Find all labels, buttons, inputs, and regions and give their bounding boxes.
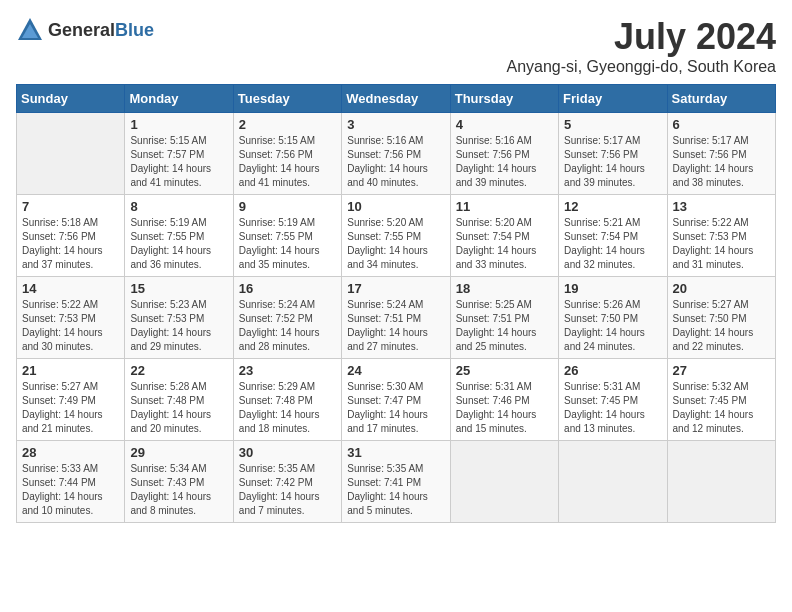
day-number: 22 (130, 363, 227, 378)
day-number: 29 (130, 445, 227, 460)
day-number: 17 (347, 281, 444, 296)
calendar-cell: 27Sunrise: 5:32 AM Sunset: 7:45 PM Dayli… (667, 359, 775, 441)
calendar-cell: 22Sunrise: 5:28 AM Sunset: 7:48 PM Dayli… (125, 359, 233, 441)
day-number: 24 (347, 363, 444, 378)
calendar-header-sunday: Sunday (17, 85, 125, 113)
day-info: Sunrise: 5:27 AM Sunset: 7:50 PM Dayligh… (673, 298, 770, 354)
calendar-table: SundayMondayTuesdayWednesdayThursdayFrid… (16, 84, 776, 523)
calendar-cell: 24Sunrise: 5:30 AM Sunset: 7:47 PM Dayli… (342, 359, 450, 441)
day-number: 28 (22, 445, 119, 460)
logo-icon (16, 16, 44, 44)
calendar-header-tuesday: Tuesday (233, 85, 341, 113)
calendar-header-wednesday: Wednesday (342, 85, 450, 113)
day-number: 12 (564, 199, 661, 214)
calendar-week-row: 28Sunrise: 5:33 AM Sunset: 7:44 PM Dayli… (17, 441, 776, 523)
day-number: 27 (673, 363, 770, 378)
calendar-cell: 25Sunrise: 5:31 AM Sunset: 7:46 PM Dayli… (450, 359, 558, 441)
day-info: Sunrise: 5:15 AM Sunset: 7:57 PM Dayligh… (130, 134, 227, 190)
calendar-cell: 30Sunrise: 5:35 AM Sunset: 7:42 PM Dayli… (233, 441, 341, 523)
day-number: 11 (456, 199, 553, 214)
calendar-cell: 12Sunrise: 5:21 AM Sunset: 7:54 PM Dayli… (559, 195, 667, 277)
calendar-header-row: SundayMondayTuesdayWednesdayThursdayFrid… (17, 85, 776, 113)
calendar-cell (17, 113, 125, 195)
day-info: Sunrise: 5:24 AM Sunset: 7:52 PM Dayligh… (239, 298, 336, 354)
day-info: Sunrise: 5:21 AM Sunset: 7:54 PM Dayligh… (564, 216, 661, 272)
day-number: 26 (564, 363, 661, 378)
calendar-week-row: 1Sunrise: 5:15 AM Sunset: 7:57 PM Daylig… (17, 113, 776, 195)
calendar-week-row: 14Sunrise: 5:22 AM Sunset: 7:53 PM Dayli… (17, 277, 776, 359)
day-number: 10 (347, 199, 444, 214)
day-number: 16 (239, 281, 336, 296)
day-number: 1 (130, 117, 227, 132)
day-number: 5 (564, 117, 661, 132)
calendar-cell: 7Sunrise: 5:18 AM Sunset: 7:56 PM Daylig… (17, 195, 125, 277)
day-info: Sunrise: 5:30 AM Sunset: 7:47 PM Dayligh… (347, 380, 444, 436)
day-info: Sunrise: 5:32 AM Sunset: 7:45 PM Dayligh… (673, 380, 770, 436)
calendar-cell: 26Sunrise: 5:31 AM Sunset: 7:45 PM Dayli… (559, 359, 667, 441)
day-info: Sunrise: 5:24 AM Sunset: 7:51 PM Dayligh… (347, 298, 444, 354)
main-title: July 2024 (507, 16, 777, 58)
day-number: 30 (239, 445, 336, 460)
calendar-cell: 9Sunrise: 5:19 AM Sunset: 7:55 PM Daylig… (233, 195, 341, 277)
day-info: Sunrise: 5:34 AM Sunset: 7:43 PM Dayligh… (130, 462, 227, 518)
day-info: Sunrise: 5:19 AM Sunset: 7:55 PM Dayligh… (130, 216, 227, 272)
subtitle: Anyang-si, Gyeonggi-do, South Korea (507, 58, 777, 76)
calendar-header-monday: Monday (125, 85, 233, 113)
day-info: Sunrise: 5:33 AM Sunset: 7:44 PM Dayligh… (22, 462, 119, 518)
calendar-cell: 31Sunrise: 5:35 AM Sunset: 7:41 PM Dayli… (342, 441, 450, 523)
calendar-cell: 17Sunrise: 5:24 AM Sunset: 7:51 PM Dayli… (342, 277, 450, 359)
day-number: 20 (673, 281, 770, 296)
calendar-week-row: 7Sunrise: 5:18 AM Sunset: 7:56 PM Daylig… (17, 195, 776, 277)
calendar-cell: 28Sunrise: 5:33 AM Sunset: 7:44 PM Dayli… (17, 441, 125, 523)
day-number: 7 (22, 199, 119, 214)
day-number: 6 (673, 117, 770, 132)
calendar-header-thursday: Thursday (450, 85, 558, 113)
calendar-cell: 11Sunrise: 5:20 AM Sunset: 7:54 PM Dayli… (450, 195, 558, 277)
calendar-cell: 13Sunrise: 5:22 AM Sunset: 7:53 PM Dayli… (667, 195, 775, 277)
calendar-cell: 23Sunrise: 5:29 AM Sunset: 7:48 PM Dayli… (233, 359, 341, 441)
day-info: Sunrise: 5:18 AM Sunset: 7:56 PM Dayligh… (22, 216, 119, 272)
day-info: Sunrise: 5:31 AM Sunset: 7:45 PM Dayligh… (564, 380, 661, 436)
calendar-cell: 15Sunrise: 5:23 AM Sunset: 7:53 PM Dayli… (125, 277, 233, 359)
day-number: 21 (22, 363, 119, 378)
day-number: 8 (130, 199, 227, 214)
day-info: Sunrise: 5:29 AM Sunset: 7:48 PM Dayligh… (239, 380, 336, 436)
calendar-cell: 10Sunrise: 5:20 AM Sunset: 7:55 PM Dayli… (342, 195, 450, 277)
calendar-cell (559, 441, 667, 523)
calendar-cell: 1Sunrise: 5:15 AM Sunset: 7:57 PM Daylig… (125, 113, 233, 195)
calendar-cell: 14Sunrise: 5:22 AM Sunset: 7:53 PM Dayli… (17, 277, 125, 359)
day-number: 19 (564, 281, 661, 296)
day-info: Sunrise: 5:35 AM Sunset: 7:42 PM Dayligh… (239, 462, 336, 518)
logo-text-general: General (48, 20, 115, 40)
day-info: Sunrise: 5:28 AM Sunset: 7:48 PM Dayligh… (130, 380, 227, 436)
day-number: 4 (456, 117, 553, 132)
calendar-cell: 6Sunrise: 5:17 AM Sunset: 7:56 PM Daylig… (667, 113, 775, 195)
day-info: Sunrise: 5:26 AM Sunset: 7:50 PM Dayligh… (564, 298, 661, 354)
calendar-cell: 20Sunrise: 5:27 AM Sunset: 7:50 PM Dayli… (667, 277, 775, 359)
day-info: Sunrise: 5:22 AM Sunset: 7:53 PM Dayligh… (22, 298, 119, 354)
day-number: 13 (673, 199, 770, 214)
page-header: GeneralBlue July 2024 Anyang-si, Gyeongg… (16, 16, 776, 76)
day-number: 9 (239, 199, 336, 214)
day-info: Sunrise: 5:35 AM Sunset: 7:41 PM Dayligh… (347, 462, 444, 518)
day-info: Sunrise: 5:16 AM Sunset: 7:56 PM Dayligh… (347, 134, 444, 190)
calendar-cell: 16Sunrise: 5:24 AM Sunset: 7:52 PM Dayli… (233, 277, 341, 359)
day-info: Sunrise: 5:31 AM Sunset: 7:46 PM Dayligh… (456, 380, 553, 436)
day-number: 23 (239, 363, 336, 378)
calendar-cell: 19Sunrise: 5:26 AM Sunset: 7:50 PM Dayli… (559, 277, 667, 359)
day-number: 25 (456, 363, 553, 378)
calendar-cell: 21Sunrise: 5:27 AM Sunset: 7:49 PM Dayli… (17, 359, 125, 441)
calendar-header-saturday: Saturday (667, 85, 775, 113)
day-number: 31 (347, 445, 444, 460)
day-info: Sunrise: 5:27 AM Sunset: 7:49 PM Dayligh… (22, 380, 119, 436)
logo: GeneralBlue (16, 16, 154, 44)
calendar-cell: 8Sunrise: 5:19 AM Sunset: 7:55 PM Daylig… (125, 195, 233, 277)
logo-text-blue: Blue (115, 20, 154, 40)
day-info: Sunrise: 5:17 AM Sunset: 7:56 PM Dayligh… (564, 134, 661, 190)
day-number: 3 (347, 117, 444, 132)
calendar-cell: 3Sunrise: 5:16 AM Sunset: 7:56 PM Daylig… (342, 113, 450, 195)
calendar-cell: 5Sunrise: 5:17 AM Sunset: 7:56 PM Daylig… (559, 113, 667, 195)
calendar-cell (450, 441, 558, 523)
day-info: Sunrise: 5:22 AM Sunset: 7:53 PM Dayligh… (673, 216, 770, 272)
day-info: Sunrise: 5:15 AM Sunset: 7:56 PM Dayligh… (239, 134, 336, 190)
